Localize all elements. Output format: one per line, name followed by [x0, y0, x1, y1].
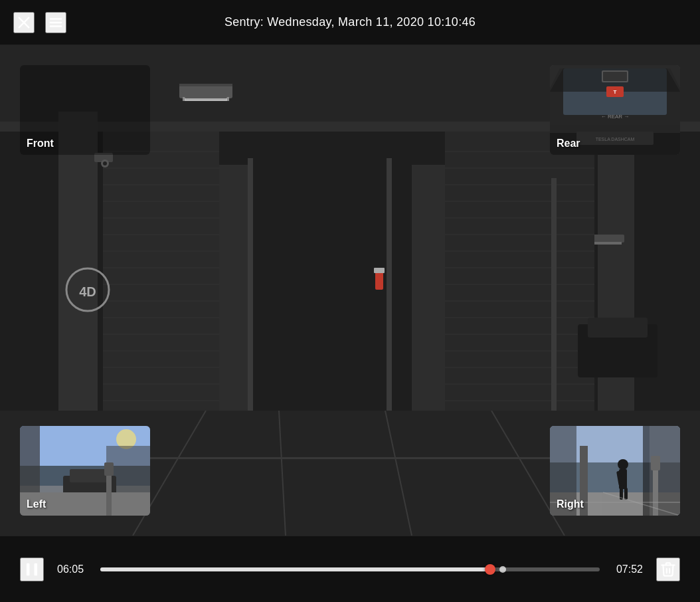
svg-rect-27: [103, 132, 219, 411]
header-title: Sentry: Wednesday, March 11, 2020 10:10:…: [224, 15, 476, 29]
close-button[interactable]: [13, 12, 35, 33]
controls-bar: 06:05 07:52: [0, 536, 700, 602]
main-video-front[interactable]: 4D Front: [0, 45, 700, 536]
svg-rect-115: [650, 426, 680, 516]
svg-point-72: [103, 161, 107, 165]
svg-text:TESLA DASHCAM: TESLA DASHCAM: [596, 137, 635, 142]
right-camera-overlay[interactable]: Right: [550, 426, 680, 516]
left-camera-overlay[interactable]: Left: [20, 426, 150, 516]
svg-rect-66: [375, 271, 383, 290]
svg-point-104: [618, 459, 628, 470]
svg-rect-69: [588, 318, 648, 338]
front-camera-label: Front: [27, 138, 54, 150]
svg-text:T: T: [614, 89, 617, 95]
svg-rect-109: [624, 488, 628, 500]
svg-rect-20: [66, 457, 631, 459]
svg-marker-74: [179, 86, 232, 100]
delete-button[interactable]: [656, 557, 680, 581]
svg-rect-75: [185, 98, 227, 101]
svg-text:4D: 4D: [79, 284, 96, 299]
svg-rect-79: [603, 72, 627, 81]
progress-thumb-dot: [499, 566, 506, 573]
svg-rect-44: [445, 132, 594, 411]
svg-text:← REAR →: ← REAR →: [601, 114, 630, 120]
current-time: 06:05: [57, 563, 87, 575]
menu-button[interactable]: [45, 12, 66, 33]
play-pause-button[interactable]: [20, 557, 44, 581]
progress-thumb[interactable]: [485, 564, 495, 575]
total-time: 07:52: [613, 563, 643, 575]
video-container: 4D Front: [0, 45, 700, 536]
right-camera-label: Right: [557, 498, 584, 510]
svg-rect-63: [551, 178, 557, 411]
left-camera-label: Left: [27, 498, 46, 510]
rear-camera-label: Rear: [557, 138, 580, 150]
progress-bar[interactable]: [100, 567, 600, 571]
rear-camera-overlay[interactable]: T TESLA DASHCAM ← REAR → Rear: [550, 65, 680, 155]
svg-rect-117: [35, 563, 38, 575]
svg-rect-73: [179, 84, 232, 86]
svg-rect-61: [248, 158, 253, 411]
svg-rect-67: [374, 268, 385, 273]
front-camera-area[interactable]: Front: [20, 65, 150, 155]
svg-rect-62: [387, 158, 392, 411]
header: Sentry: Wednesday, March 11, 2020 10:10:…: [0, 0, 700, 45]
progress-fill: [100, 567, 490, 571]
svg-rect-116: [27, 563, 30, 575]
